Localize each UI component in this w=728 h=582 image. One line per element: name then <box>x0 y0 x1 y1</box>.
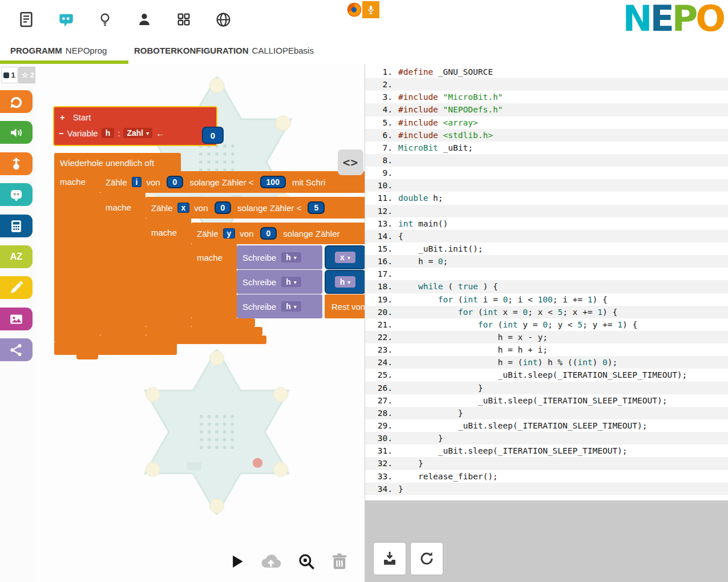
download-button[interactable] <box>374 543 406 575</box>
count-loop-y-block[interactable]: Zähle y von 0 solange Zähler <box>191 223 365 244</box>
line-number: 21. <box>365 318 398 331</box>
code-line-8: 8. <box>365 154 728 167</box>
code-line-6: 6.#include <stdlib.h> <box>365 129 728 142</box>
line-number: 24. <box>365 356 398 369</box>
palette-item-math[interactable] <box>0 215 33 237</box>
code-line-16: 16. h = 0; <box>365 255 728 268</box>
modulo-block[interactable]: Rest von <box>325 294 365 318</box>
start-block[interactable]: + Start − Variable h : Zahl ← <box>53 106 217 146</box>
download-icon <box>381 549 399 568</box>
variable-name-field[interactable]: h <box>102 128 115 138</box>
palette-item-messages[interactable] <box>0 338 33 361</box>
collapse-minus[interactable]: − <box>59 128 64 138</box>
loop-i-cond: solange Zähler < <box>189 177 253 187</box>
tab-program-name: NEPOprog <box>66 46 107 55</box>
star-count-badge[interactable]: ☆ 2 <box>18 67 38 83</box>
write-3-var-dropdown[interactable]: h <box>281 301 301 312</box>
play-icon[interactable] <box>228 553 245 570</box>
loop-x-von: von <box>194 203 208 213</box>
code-line-2: 2. <box>365 78 728 91</box>
palette-item-pen[interactable] <box>0 276 33 299</box>
loop-i-var-field[interactable]: i <box>132 177 142 187</box>
cloud-upload-icon[interactable] <box>258 550 284 573</box>
start-block-label: Start <box>73 112 91 122</box>
block-count-badge[interactable]: 1 <box>1 67 18 83</box>
apps-icon[interactable] <box>173 9 194 30</box>
count-loop-y-bottom[interactable] <box>191 318 255 327</box>
palette-item-text[interactable]: AZ <box>0 245 33 268</box>
code-line-13: 13.int main() <box>365 217 728 230</box>
refresh-button[interactable] <box>411 543 443 575</box>
code-view-toggle-button[interactable]: <> <box>338 149 363 175</box>
repeat-forever-arm[interactable] <box>54 171 100 342</box>
line-number: 27. <box>365 394 398 407</box>
palette-item-sensors[interactable] <box>0 152 33 175</box>
trash-icon[interactable] <box>329 551 350 572</box>
loop-i-end-value[interactable]: 100 <box>260 176 286 188</box>
repeat-forever-bottom[interactable] <box>54 342 177 355</box>
start-value-block[interactable]: 0 <box>202 127 224 144</box>
count-loop-i-block[interactable]: Zähle i von 0 solange Zähler < 100 mit S… <box>100 171 365 193</box>
repeat-forever-block[interactable]: Wiederhole unendlich oft <box>54 153 181 172</box>
code-line-22: 22. h = x - y; <box>365 331 728 343</box>
count-loop-i-bottom[interactable] <box>100 336 266 344</box>
document-icon[interactable] <box>16 9 37 30</box>
loop-x-mache-label: mache <box>151 228 177 237</box>
tab-program[interactable]: PROGRAMM NEPOprog <box>10 40 107 60</box>
write-2-var-dropdown[interactable]: h <box>281 277 301 287</box>
loop-x-end-value[interactable]: 5 <box>308 201 325 214</box>
line-number: 3. <box>365 91 398 103</box>
write-1-var-dropdown[interactable]: h <box>281 252 301 262</box>
loop-y-var-field[interactable]: y <box>223 228 236 239</box>
write-block-1[interactable]: Schreibe h <box>237 245 322 269</box>
palette: AZ <box>0 64 35 582</box>
code-line-23: 23. h = h + i; <box>365 343 728 356</box>
code-line-9: 9. <box>365 167 728 179</box>
palette-item-images[interactable] <box>0 308 33 330</box>
code-line-14: 14.{ <box>365 230 728 242</box>
write-1-value-socket[interactable]: x <box>325 245 365 269</box>
view-tabs: PROGRAMM NEPOprog ROBOTERKONFIGURATION C… <box>0 40 728 64</box>
tab-robot-configuration[interactable]: ROBOTERKONFIGURATION CALLIOPEbasis <box>134 40 314 60</box>
loop-y-start-value[interactable]: 0 <box>260 227 277 240</box>
expand-plus[interactable]: + <box>60 112 65 122</box>
roberta-icon[interactable] <box>55 9 76 30</box>
code-line-11: 11.double h; <box>365 192 728 204</box>
star-count-value: 2 <box>30 71 34 79</box>
loop-x-start-value[interactable]: 0 <box>215 201 232 214</box>
line-number: 17. <box>365 268 398 280</box>
code-line-12: 12. <box>365 205 728 217</box>
mic-icon[interactable] <box>362 1 379 18</box>
blockly-workspace[interactable]: + Start − Variable h : Zahl ← 0 Wiederho… <box>35 64 365 582</box>
loop-i-start-value[interactable]: 0 <box>167 176 184 188</box>
line-number: 20. <box>365 306 398 318</box>
write-block-3[interactable]: Schreibe h <box>237 294 322 318</box>
firefox-icon[interactable] <box>346 2 362 18</box>
count-loop-i-arm[interactable] <box>100 193 145 336</box>
write-2-value-socket[interactable]: h <box>325 270 365 294</box>
write-block-2[interactable]: Schreibe h <box>237 270 322 294</box>
variable-type-dropdown[interactable]: Zahl <box>123 128 152 138</box>
zoom-icon[interactable] <box>297 552 316 571</box>
palette-item-sound[interactable] <box>0 121 33 144</box>
user-icon[interactable] <box>134 9 155 30</box>
line-number: 30. <box>365 432 398 444</box>
count-loop-x-bottom[interactable] <box>145 327 262 336</box>
palette-item-action[interactable] <box>0 90 33 113</box>
write-1-value-dropdown[interactable]: x <box>335 252 355 263</box>
loop-x-var-field[interactable]: x <box>177 203 190 213</box>
code-line-21: 21. for (int y = 0; y < 5; y += 1) { <box>365 318 728 331</box>
bulb-icon[interactable] <box>95 9 115 30</box>
line-number: 6. <box>365 129 398 142</box>
variable-label: Variable <box>67 128 98 138</box>
line-number: 5. <box>365 116 398 129</box>
code-line-25: 25. _uBit.sleep(_ITERATION_SLEEP_TIMEOUT… <box>365 369 728 381</box>
count-loop-x-block[interactable]: Zähle x von 0 solange Zähler < 5 <box>145 197 365 219</box>
palette-item-control[interactable] <box>0 183 33 206</box>
block-count-value: 1 <box>11 71 15 79</box>
image-icon <box>9 312 24 327</box>
write-2-value-dropdown[interactable]: h <box>335 276 356 288</box>
language-icon[interactable] <box>213 9 233 30</box>
line-number: 1. <box>365 66 398 78</box>
code-line-26: 26. } <box>365 382 728 394</box>
